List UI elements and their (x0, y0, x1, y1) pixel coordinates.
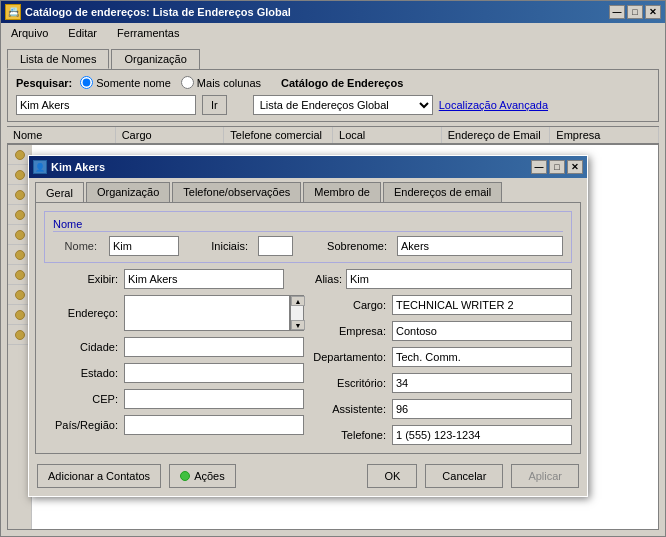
actions-green-dot (180, 471, 190, 481)
modal-close-button[interactable]: ✕ (567, 160, 583, 174)
th-email: Endereço de Email (442, 127, 551, 143)
modal-titlebar: 👤 Kim Akers — □ ✕ (29, 156, 587, 178)
departamento-label: Departamento: (312, 351, 392, 363)
apply-button[interactable]: Aplicar (511, 464, 579, 488)
iniciais-input[interactable] (258, 236, 293, 256)
table-header: Nome Cargo Telefone comercial Local Ende… (7, 126, 659, 144)
nome-label: Nome: (53, 240, 103, 252)
cancel-button[interactable]: Cancelar (425, 464, 503, 488)
cep-label: CEP: (44, 393, 124, 405)
pais-input[interactable] (124, 415, 304, 435)
tab-organizacao[interactable]: Organização (111, 49, 199, 69)
radio-mais-colunas-label: Mais colunas (197, 77, 261, 89)
radio-mais-colunas[interactable]: Mais colunas (181, 76, 261, 89)
advanced-link[interactable]: Localização Avançada (439, 99, 548, 111)
actions-button[interactable]: Ações (169, 464, 236, 488)
scroll-track (291, 306, 303, 320)
alias-label: Alias: (296, 273, 346, 285)
addr-right: Cargo: Empresa: Departamento: (312, 295, 572, 445)
search-input[interactable] (16, 95, 196, 115)
sobrenome-input[interactable] (397, 236, 563, 256)
menu-editar[interactable]: Editar (62, 25, 103, 41)
sidebar-dot-5 (15, 230, 25, 240)
pesquisar-label: Pesquisar: (16, 77, 72, 89)
exibir-label: Exibir: (44, 273, 124, 285)
modal-footer: Adicionar a Contatos Ações OK Cancelar A… (29, 460, 587, 496)
exibir-row: Exibir: Alias: (44, 269, 572, 289)
outer-maximize-button[interactable]: □ (627, 5, 643, 19)
radio-somente-nome-input[interactable] (80, 76, 93, 89)
section-label-nome: Nome (53, 218, 563, 232)
radio-somente-nome-label: Somente nome (96, 77, 171, 89)
tab-lista-nomes[interactable]: Lista de Nomes (7, 49, 109, 69)
cep-row: CEP: (44, 389, 304, 409)
cargo-input[interactable] (392, 295, 572, 315)
radio-somente-nome[interactable]: Somente nome (80, 76, 171, 89)
name-section: Nome Nome: Iniciais: Sobrenome: (44, 211, 572, 263)
addr-left: Endereço: ▲ ▼ (44, 295, 304, 445)
endereco-row: Endereço: ▲ ▼ (44, 295, 304, 331)
empresa-label: Empresa: (312, 325, 392, 337)
nome-input[interactable] (109, 236, 179, 256)
sidebar-dot-6 (15, 250, 25, 260)
sidebar-dot-4 (15, 210, 25, 220)
sidebar-dot-7 (15, 270, 25, 280)
modal-dialog: 👤 Kim Akers — □ ✕ Geral Organização Tele… (28, 155, 588, 497)
menu-arquivo[interactable]: Arquivo (5, 25, 54, 41)
menu-ferramentas[interactable]: Ferramentas (111, 25, 185, 41)
addr-section: Endereço: ▲ ▼ (44, 295, 572, 445)
outer-minimize-button[interactable]: — (609, 5, 625, 19)
catalog-select[interactable]: Lista de Endereços Global (253, 95, 433, 115)
modal-tab-geral[interactable]: Geral (35, 182, 84, 202)
cidade-label: Cidade: (44, 341, 124, 353)
departamento-input[interactable] (392, 347, 572, 367)
sobrenome-label: Sobrenome: (307, 240, 387, 252)
th-nome: Nome (7, 127, 116, 143)
assistente-row: Assistente: (312, 399, 572, 419)
assistente-input[interactable] (392, 399, 572, 419)
exibir-input[interactable] (124, 269, 284, 289)
escritorio-input[interactable] (392, 373, 572, 393)
alias-input[interactable] (346, 269, 572, 289)
outer-close-button[interactable]: ✕ (645, 5, 661, 19)
sidebar-dot-3 (15, 190, 25, 200)
menubar: Arquivo Editar Ferramentas (1, 23, 665, 43)
estado-row: Estado: (44, 363, 304, 383)
pais-row: País/Região: (44, 415, 304, 435)
th-cargo: Cargo (116, 127, 225, 143)
add-contacts-button[interactable]: Adicionar a Contatos (37, 464, 161, 488)
modal-tab-telefone[interactable]: Telefone/observações (172, 182, 301, 202)
outer-tab-row: Lista de Nomes Organização (7, 49, 659, 69)
outer-title-text: Catálogo de endereços: Lista de Endereço… (25, 6, 607, 18)
telefone-input[interactable] (392, 425, 572, 445)
endereco-label: Endereço: (44, 307, 124, 319)
sidebar-dot-2 (15, 170, 25, 180)
modal-minimize-button[interactable]: — (531, 160, 547, 174)
scroll-up-button[interactable]: ▲ (291, 296, 305, 306)
scroll-down-button[interactable]: ▼ (291, 320, 305, 330)
ok-button[interactable]: OK (367, 464, 417, 488)
modal-tabs: Geral Organização Telefone/observações M… (29, 178, 587, 202)
go-button[interactable]: Ir (202, 95, 227, 115)
radio-mais-colunas-input[interactable] (181, 76, 194, 89)
outer-window: 📇 Catálogo de endereços: Lista de Endere… (0, 0, 666, 537)
endereco-textarea[interactable] (124, 295, 290, 331)
modal-body: Nome Nome: Iniciais: Sobrenome: Exibir: (35, 202, 581, 454)
empresa-input[interactable] (392, 321, 572, 341)
cep-input[interactable] (124, 389, 304, 409)
assistente-label: Assistente: (312, 403, 392, 415)
search-input-row: Ir Lista de Endereços Global Localização… (16, 95, 650, 115)
modal-tab-organizacao[interactable]: Organização (86, 182, 170, 202)
modal-tab-membro[interactable]: Membro de (303, 182, 381, 202)
modal-tab-emails[interactable]: Endereços de email (383, 182, 502, 202)
estado-input[interactable] (124, 363, 304, 383)
cidade-input[interactable] (124, 337, 304, 357)
departamento-row: Departamento: (312, 347, 572, 367)
modal-maximize-button[interactable]: □ (549, 160, 565, 174)
th-empresa: Empresa (550, 127, 659, 143)
telefone-row: Telefone: (312, 425, 572, 445)
estado-label: Estado: (44, 367, 124, 379)
empresa-row: Empresa: (312, 321, 572, 341)
cargo-label: Cargo: (312, 299, 392, 311)
endereco-scrollbar: ▲ ▼ (290, 295, 304, 331)
